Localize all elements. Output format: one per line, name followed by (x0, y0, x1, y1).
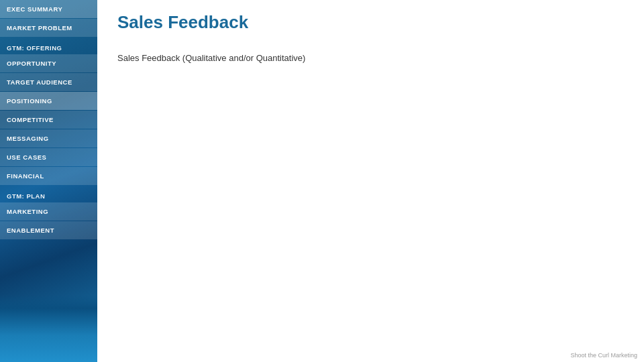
sidebar-gtm-offering-header: GTM: OFFERING (0, 38, 97, 54)
sidebar-item-positioning[interactable]: POSITIONING (0, 92, 97, 110)
sidebar-item-messaging[interactable]: MESSAGING (0, 129, 97, 147)
sidebar-item-exec-summary[interactable]: EXEC SUMMARY (0, 0, 97, 18)
main-content: Sales Feedback Sales Feedback (Qualitati… (97, 0, 644, 362)
sidebar: EXEC SUMMARY MARKET PROBLEM GTM: OFFERIN… (0, 0, 97, 362)
content-body: Sales Feedback (Qualitative and/or Quant… (97, 40, 644, 362)
sidebar-gtm-plan-header: GTM: PLAN (0, 186, 97, 202)
sidebar-item-use-cases[interactable]: USE CASES (0, 148, 97, 166)
sidebar-item-financial[interactable]: FINANCIAL (0, 167, 97, 185)
sidebar-item-market-problem[interactable]: MARKET PROBLEM (0, 19, 97, 37)
footer-text: Shoot the Curl Marketing (570, 352, 637, 359)
footer: Shoot the Curl Marketing (570, 352, 637, 359)
sidebar-ocean-image (0, 295, 97, 362)
content-header: Sales Feedback (97, 0, 644, 40)
content-subtitle: Sales Feedback (Qualitative and/or Quant… (117, 53, 624, 63)
page-title: Sales Feedback (117, 12, 624, 33)
sidebar-item-opportunity[interactable]: OPPORTUNITY (0, 54, 97, 72)
sidebar-item-target-audience[interactable]: TARGET AUDIENCE (0, 73, 97, 91)
sidebar-item-competitive[interactable]: COMPETITIVE (0, 111, 97, 129)
sidebar-nav: EXEC SUMMARY MARKET PROBLEM GTM: OFFERIN… (0, 0, 97, 240)
sidebar-item-marketing[interactable]: MARKETING (0, 202, 97, 221)
sidebar-item-enablement[interactable]: ENABLEMENT (0, 221, 97, 239)
